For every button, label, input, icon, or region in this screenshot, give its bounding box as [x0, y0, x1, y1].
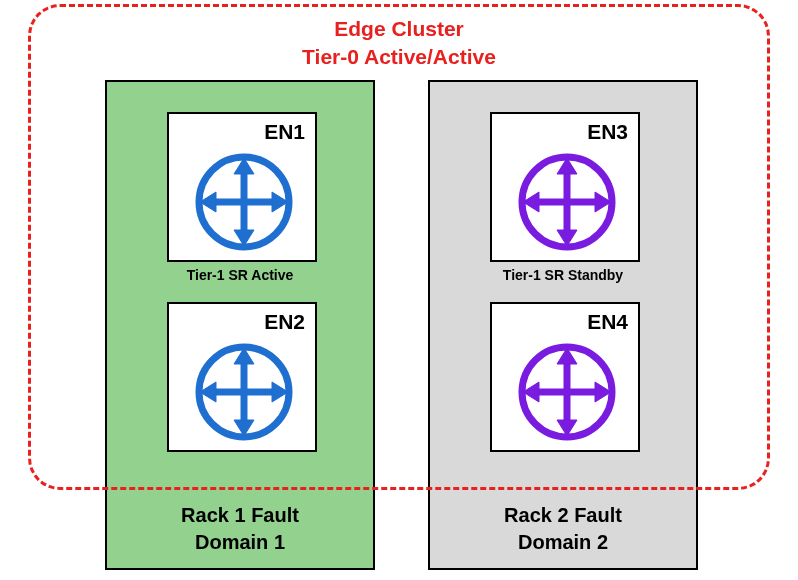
rack1-label: Rack 1 Fault Domain 1 — [107, 502, 373, 556]
cluster-title: Edge Cluster Tier-0 Active/Active — [302, 15, 496, 72]
rack-label-line2: Domain 1 — [195, 531, 285, 553]
rack-label-line2: Domain 2 — [518, 531, 608, 553]
cluster-title-line1: Edge Cluster — [334, 17, 464, 40]
edge-cluster-boundary: Edge Cluster Tier-0 Active/Active — [28, 4, 770, 490]
rack-label-line1: Rack 2 Fault — [504, 504, 622, 526]
rack-label-line1: Rack 1 Fault — [181, 504, 299, 526]
rack2-label: Rack 2 Fault Domain 2 — [430, 502, 696, 556]
cluster-title-line2: Tier-0 Active/Active — [302, 45, 496, 68]
